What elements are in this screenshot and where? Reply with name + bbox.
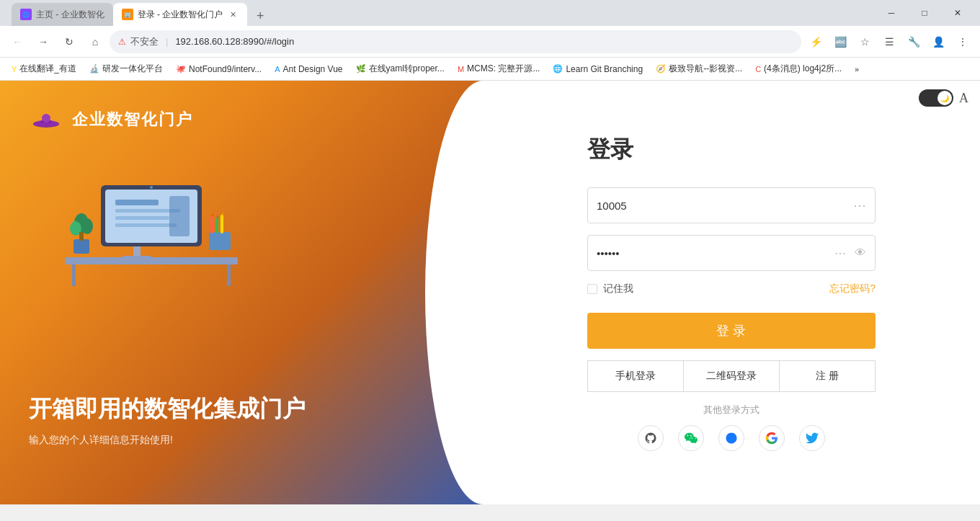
bookmarks-bar: Y 在线翻译_有道 🔬 研发一体化平台 🐙 NotFound9/interv..… [0,58,980,81]
svg-marker-25 [212,213,213,216]
svg-rect-23 [215,218,218,233]
browser-tab-2[interactable]: 🏢 登录 - 企业数智化门户 ✕ [113,3,248,26]
svg-rect-5 [227,264,231,286]
bookmark-gitbranching-label: Learn Git Branching [566,64,643,74]
browser-tab-1[interactable]: 🌐 主页 - 企业数智化 [12,3,113,26]
svg-marker-27 [222,212,223,215]
tagline-sub: 输入您的个人详细信息开始使用! [29,434,306,447]
bookmark-antdesign-label: Ant Design Vue [283,64,343,74]
bookmark-youdao[interactable]: Y 在线翻译_有道 [6,61,82,76]
bookmark-jizhi-label: 极致导航--影视资... [669,63,742,75]
close-button[interactable]: ✕ [941,1,974,25]
forgot-password-link[interactable]: 忘记密码? [829,282,876,295]
home-button[interactable]: ⌂ [84,30,107,53]
bookmark-jizhi[interactable]: 🧭 极致导航--影视资... [650,61,748,76]
register-button[interactable]: 注 册 [780,360,876,392]
right-panel: 登录 ⋯ ⋯ 👁 记住我 忘记密码? 登 录 [483,81,980,504]
social-icons-row [587,425,876,451]
extension-button[interactable]: 🔧 [902,30,925,53]
tab1-favicon: 🌐 [20,9,32,20]
forward-button[interactable]: → [32,30,55,53]
reload-button[interactable]: ↻ [58,30,81,53]
login-button[interactable]: 登 录 [587,313,876,349]
bookmark-github[interactable]: 🐙 NotFound9/interv... [170,63,267,76]
username-icon: ⋯ [853,197,866,213]
logo-text: 企业数智化门户 [72,109,193,130]
left-panel: 企业数智化门户 [0,81,483,504]
bookmark-devplatform-label: 研发一体化平台 [102,63,163,75]
login-title: 登录 [587,134,876,166]
bookmark-log4j-label: (4条消息) log4j2所... [764,63,842,75]
bookmark-yaml[interactable]: 🌿 在线yaml转proper... [350,61,450,76]
tagline-main: 开箱即用的数智化集成门户 [29,393,306,425]
maximize-button[interactable]: □ [908,1,941,25]
menu-button[interactable]: ⋮ [951,30,974,53]
password-visibility-icon[interactable]: 👁 [855,246,866,259]
password-dots-icon: ⋯ [834,246,846,260]
tab2-favicon: 🏢 [122,9,133,20]
bookmark-yaml-label: 在线yaml转proper... [369,63,445,75]
tagline-area: 开箱即用的数智化集成门户 输入您的个人详细信息开始使用! [29,393,306,447]
tab2-label: 登录 - 企业数智化门户 [138,9,223,21]
security-icon: ⚠ [118,37,126,47]
window-controls: ─ □ ✕ [875,1,974,25]
bookmark-gitbranching[interactable]: 🌐 Learn Git Branching [547,63,649,76]
twitter-login-button[interactable] [799,425,825,451]
qr-login-button[interactable]: 二维码登录 [683,360,780,392]
bookmark-star-button[interactable]: ☆ [853,30,876,53]
title-bar: 🌐 主页 - 企业数智化 🏢 登录 - 企业数智化门户 ✕ + ─ □ ✕ [0,0,980,26]
bookmark-github-label: NotFound9/interv... [189,64,262,74]
illustration [43,138,259,300]
new-tab-button[interactable]: + [250,6,270,26]
svg-point-19 [81,218,93,234]
bookmark-more[interactable]: » [849,63,865,75]
svg-rect-4 [72,264,76,286]
wechat-login-button[interactable] [678,425,704,451]
account-button[interactable]: 👤 [927,30,950,53]
lightning-button[interactable]: ⚡ [804,30,827,53]
tab1-label: 主页 - 企业数智化 [36,9,104,21]
bookmark-antdesign[interactable]: A Ant Design Vue [269,63,348,76]
svg-rect-24 [220,215,223,233]
svg-rect-12 [115,216,169,220]
alipay-login-button[interactable] [718,425,744,451]
address-prefix: 不安全 [130,35,159,48]
svg-rect-7 [122,256,151,259]
google-login-button[interactable] [759,425,785,451]
navigation-bar: ← → ↻ ⌂ ⚠ 不安全 | 192.168.60.128:8990/#/lo… [0,26,980,58]
password-input[interactable] [597,247,829,259]
bookmark-list-button[interactable]: ☰ [878,30,901,53]
login-form: 登录 ⋯ ⋯ 👁 记住我 忘记密码? 登 录 [587,134,876,451]
translate-button[interactable]: 🔤 [829,30,852,53]
address-separator: | [166,36,168,47]
password-field[interactable]: ⋯ 👁 [587,235,876,271]
page-content: 企业数智化门户 [0,81,980,504]
username-field[interactable]: ⋯ [587,187,876,223]
bookmark-mcms[interactable]: M MCMS: 完整开源... [452,61,546,76]
phone-login-button[interactable]: 手机登录 [587,360,683,392]
svg-point-15 [150,186,153,189]
bookmark-mcms-label: MCMS: 完整开源... [467,63,540,75]
remember-checkbox[interactable] [587,284,597,294]
svg-rect-3 [65,257,238,264]
svg-point-2 [42,114,50,123]
github-login-button[interactable] [638,425,664,451]
bookmark-devplatform[interactable]: 🔬 研发一体化平台 [84,61,169,76]
dark-mode-toggle[interactable]: 🌙 [919,89,953,107]
back-button[interactable]: ← [6,30,29,53]
address-bar[interactable]: ⚠ 不安全 | 192.168.60.128:8990/#/login [110,30,801,53]
svg-rect-13 [115,223,177,227]
bookmark-log4j[interactable]: C (4条消息) log4j2所... [749,61,847,76]
bookmark-youdao-label: 在线翻译_有道 [19,63,76,75]
tab2-close-button[interactable]: ✕ [227,9,239,20]
svg-rect-22 [210,216,213,233]
language-button[interactable]: A [959,91,968,106]
other-login-label: 其他登录方式 [587,404,876,417]
address-text: 192.168.60.128:8990/#/login [175,36,294,47]
username-input[interactable] [597,200,847,212]
svg-rect-16 [74,239,89,254]
minimize-button[interactable]: ─ [875,1,908,25]
remember-label: 记住我 [603,282,633,295]
remember-me-group: 记住我 [587,282,633,295]
svg-rect-21 [209,232,231,250]
